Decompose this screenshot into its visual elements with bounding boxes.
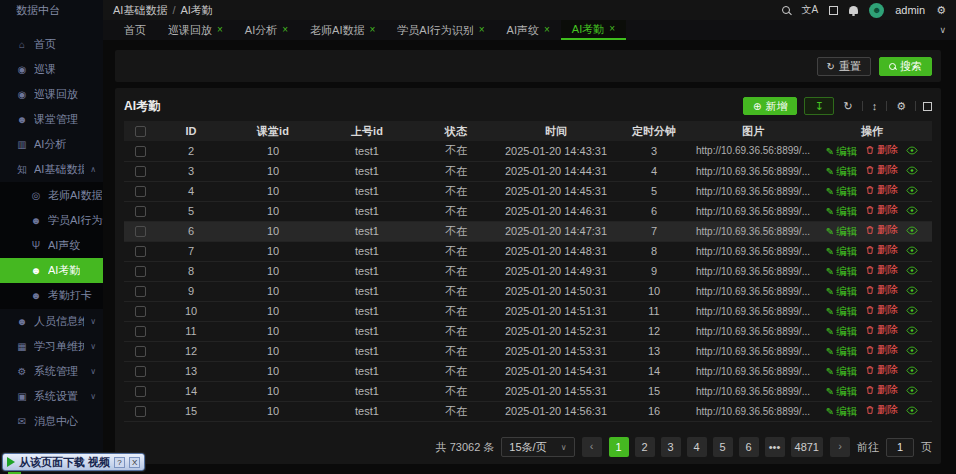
- row-checkbox[interactable]: [135, 226, 146, 237]
- bell-icon[interactable]: [849, 6, 858, 14]
- row-checkbox[interactable]: [135, 206, 146, 217]
- sidebar-item-人员信息维护[interactable]: ☻人员信息维护∨: [0, 309, 103, 334]
- row-checkbox[interactable]: [135, 146, 146, 157]
- row-image-url[interactable]: http://10.69.36.56:8899/...: [694, 181, 812, 201]
- sidebar-item-考勤打卡[interactable]: ☻考勤打卡: [0, 283, 103, 308]
- tab-巡课回放[interactable]: 巡课回放×: [157, 20, 234, 40]
- row-checkbox[interactable]: [135, 266, 146, 277]
- reset-button[interactable]: ↻ 重置: [817, 57, 871, 76]
- edit-button[interactable]: ✎编辑: [826, 345, 857, 359]
- view-image-button[interactable]: [906, 306, 918, 315]
- sidebar-item-AI声纹[interactable]: ΨAI声纹: [0, 233, 103, 258]
- row-image-url[interactable]: http://10.69.36.56:8899/...: [694, 201, 812, 221]
- username[interactable]: admin: [895, 4, 925, 16]
- density-icon[interactable]: ↕: [870, 100, 880, 112]
- sidebar-item-消息中心[interactable]: ✉消息中心: [0, 409, 103, 434]
- view-image-button[interactable]: [906, 266, 918, 275]
- select-all-checkbox[interactable]: [135, 126, 146, 137]
- page-button-5[interactable]: 5: [713, 437, 733, 457]
- edit-button[interactable]: ✎编辑: [826, 145, 857, 159]
- row-checkbox[interactable]: [135, 246, 146, 257]
- row-checkbox[interactable]: [135, 386, 146, 397]
- view-image-button[interactable]: [906, 186, 918, 195]
- download-toast[interactable]: 从该页面下载 视频 ? X: [2, 453, 145, 471]
- avatar[interactable]: ☻: [869, 3, 884, 18]
- view-image-button[interactable]: [906, 226, 918, 235]
- tab-close-icon[interactable]: ×: [479, 25, 485, 35]
- page-button-1[interactable]: 1: [609, 437, 629, 457]
- page-ellipsis[interactable]: •••: [765, 437, 785, 457]
- view-image-button[interactable]: [906, 386, 918, 395]
- sidebar-item-首页[interactable]: ⌂首页: [0, 32, 103, 57]
- tab-首页[interactable]: 首页: [113, 20, 157, 40]
- delete-button[interactable]: 删除: [865, 383, 898, 397]
- row-image-url[interactable]: http://10.69.36.56:8899/...: [694, 261, 812, 281]
- row-image-url[interactable]: http://10.69.36.56:8899/...: [694, 221, 812, 241]
- row-checkbox[interactable]: [135, 166, 146, 177]
- next-page-button[interactable]: ›: [830, 437, 850, 457]
- delete-button[interactable]: 删除: [865, 343, 898, 357]
- view-image-button[interactable]: [906, 286, 918, 295]
- fullscreen-icon[interactable]: [829, 6, 838, 15]
- edit-button[interactable]: ✎编辑: [826, 325, 857, 339]
- page-size-select[interactable]: 15条/页 ∨: [501, 437, 574, 457]
- page-button-3[interactable]: 3: [661, 437, 681, 457]
- sidebar-item-系统设置[interactable]: ▣系统设置∨: [0, 384, 103, 409]
- sidebar-item-系统管理[interactable]: ⚙系统管理∨: [0, 359, 103, 384]
- row-image-url[interactable]: http://10.69.36.56:8899/...: [694, 321, 812, 341]
- page-button-2[interactable]: 2: [635, 437, 655, 457]
- row-image-url[interactable]: http://10.69.36.56:8899/...: [694, 161, 812, 181]
- view-image-button[interactable]: [906, 246, 918, 255]
- row-image-url[interactable]: http://10.69.36.56:8899/...: [694, 281, 812, 301]
- tab-AI分析[interactable]: AI分析×: [234, 20, 299, 40]
- edit-button[interactable]: ✎编辑: [826, 365, 857, 379]
- view-image-button[interactable]: [906, 326, 918, 335]
- view-image-button[interactable]: [906, 346, 918, 355]
- delete-button[interactable]: 删除: [865, 263, 898, 277]
- refresh-icon[interactable]: ↻: [841, 100, 854, 113]
- view-image-button[interactable]: [906, 166, 918, 175]
- row-checkbox[interactable]: [135, 326, 146, 337]
- tab-overflow-chevron-icon[interactable]: ∨: [939, 25, 956, 35]
- edit-button[interactable]: ✎编辑: [826, 245, 857, 259]
- row-checkbox[interactable]: [135, 186, 146, 197]
- row-image-url[interactable]: http://10.69.36.56:8899/...: [694, 381, 812, 401]
- row-checkbox[interactable]: [135, 306, 146, 317]
- delete-button[interactable]: 删除: [865, 223, 898, 237]
- sidebar-item-学员AI行为识别[interactable]: ☻学员AI行为识别: [0, 208, 103, 233]
- settings-gear-icon[interactable]: ⚙: [936, 4, 946, 17]
- sidebar-item-巡课回放[interactable]: ◉巡课回放: [0, 82, 103, 107]
- delete-button[interactable]: 删除: [865, 243, 898, 257]
- delete-button[interactable]: 删除: [865, 303, 898, 317]
- sidebar-item-巡课[interactable]: ◉巡课: [0, 57, 103, 82]
- tab-学员AI行为识别[interactable]: 学员AI行为识别×: [386, 20, 495, 40]
- sidebar-item-AI分析[interactable]: ▥AI分析: [0, 132, 103, 157]
- sidebar-item-课堂管理[interactable]: ☻课堂管理: [0, 107, 103, 132]
- row-checkbox[interactable]: [135, 346, 146, 357]
- goto-page-input[interactable]: [886, 438, 914, 457]
- tab-close-icon[interactable]: ×: [282, 25, 288, 35]
- row-image-url[interactable]: http://10.69.36.56:8899/...: [694, 301, 812, 321]
- delete-button[interactable]: 删除: [865, 183, 898, 197]
- edit-button[interactable]: ✎编辑: [826, 405, 857, 419]
- delete-button[interactable]: 删除: [865, 403, 898, 417]
- edit-button[interactable]: ✎编辑: [826, 305, 857, 319]
- row-image-url[interactable]: http://10.69.36.56:8899/...: [694, 401, 812, 421]
- export-button[interactable]: ↧: [804, 97, 834, 115]
- download-toast-label[interactable]: 从该页面下载 视频: [19, 455, 110, 470]
- tab-AI考勤[interactable]: AI考勤×: [561, 20, 626, 40]
- edit-button[interactable]: ✎编辑: [826, 225, 857, 239]
- delete-button[interactable]: 删除: [865, 163, 898, 177]
- tab-老师AI数据[interactable]: 老师AI数据×: [299, 20, 386, 40]
- sidebar-item-AI基础数据[interactable]: 知AI基础数据∧: [0, 157, 103, 182]
- edit-button[interactable]: ✎编辑: [826, 205, 857, 219]
- search-button[interactable]: 搜索: [879, 57, 932, 76]
- edit-button[interactable]: ✎编辑: [826, 285, 857, 299]
- delete-button[interactable]: 删除: [865, 203, 898, 217]
- view-image-button[interactable]: [906, 146, 918, 155]
- page-button-4871[interactable]: 4871: [791, 437, 823, 457]
- delete-button[interactable]: 删除: [865, 363, 898, 377]
- row-image-url[interactable]: http://10.69.36.56:8899/...: [694, 141, 812, 161]
- row-checkbox[interactable]: [135, 406, 146, 417]
- view-image-button[interactable]: [906, 366, 918, 375]
